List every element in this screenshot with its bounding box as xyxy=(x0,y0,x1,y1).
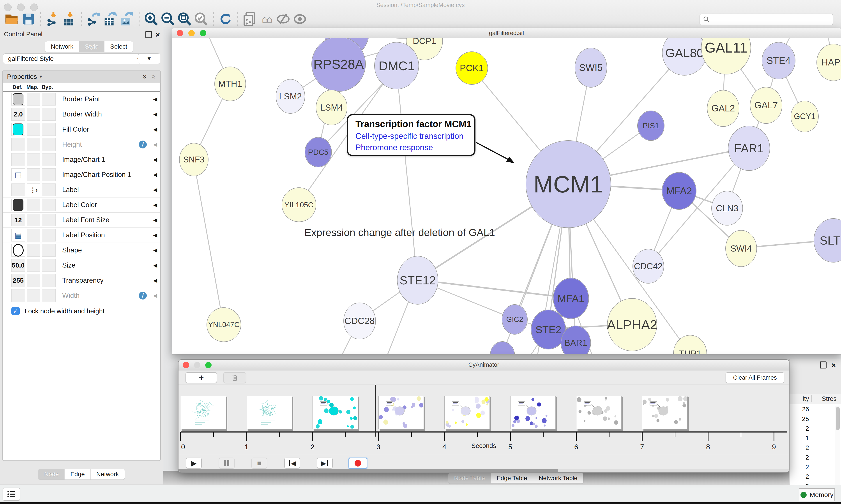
step-forward-button[interactable]: ▶ xyxy=(317,457,333,469)
network-node-swi4[interactable]: SWI4 xyxy=(726,230,757,267)
properties-caret-icon[interactable]: ▾ xyxy=(40,74,42,79)
step-back-button[interactable]: ◀ xyxy=(284,457,300,469)
close-results-icon[interactable]: × xyxy=(831,362,836,368)
network-node-dmc1[interactable]: DMC1 xyxy=(374,42,419,89)
info-icon[interactable]: i xyxy=(139,292,147,300)
network-node-far1[interactable]: FAR1 xyxy=(728,126,770,171)
checkbox-checked-icon[interactable]: ✓ xyxy=(12,307,20,315)
network-node-mfa1[interactable]: MFA1 xyxy=(553,278,589,319)
network-node-cdc42[interactable]: CDC42 xyxy=(632,249,664,284)
network-node-cln3[interactable]: CLN3 xyxy=(711,191,743,226)
network-node-mth1[interactable]: MTH1 xyxy=(214,67,246,101)
network-node-gal7[interactable]: GAL7 xyxy=(750,87,782,124)
hide-graphics-icon[interactable] xyxy=(275,12,291,27)
tab-node-table[interactable]: Node Table xyxy=(448,473,490,483)
frame-thumbnail-3[interactable] xyxy=(378,396,424,429)
export-table-icon[interactable] xyxy=(102,12,119,27)
frame-thumbnail-5[interactable] xyxy=(510,396,556,429)
property-row-width[interactable]: Widthi◀ xyxy=(3,288,160,303)
frame-thumbnail-1[interactable] xyxy=(247,396,292,429)
tab-select[interactable]: Select xyxy=(104,41,133,52)
search-field[interactable] xyxy=(699,14,833,25)
frame-thumbnail-4[interactable] xyxy=(444,396,490,429)
import-network-icon[interactable] xyxy=(44,12,61,27)
property-row-label-position[interactable]: ▤Label Position◀ xyxy=(3,228,160,243)
network-node-snf3[interactable]: SNF3 xyxy=(179,143,209,176)
export-network-icon[interactable] xyxy=(85,12,102,27)
property-row-transparency[interactable]: 255Transparency◀ xyxy=(3,273,160,288)
network-node-pis1[interactable]: PIS1 xyxy=(637,111,664,141)
delete-frame-button[interactable] xyxy=(223,372,246,383)
network-node-lsm2[interactable]: LSM2 xyxy=(276,79,305,114)
property-row-shape[interactable]: Shape◀ xyxy=(3,243,160,258)
property-row-image-chart-1[interactable]: Image/Chart 1◀ xyxy=(3,152,160,167)
network-canvas[interactable]: DCP1DMC1RPS28APCK1SWI5GAL80GAL11STE4HAP2… xyxy=(172,38,841,354)
zoom-out-icon[interactable] xyxy=(160,12,176,27)
network-window-titlebar[interactable]: galFiltered.sif xyxy=(172,28,841,38)
network-node-ynl047c[interactable]: YNL047C xyxy=(207,307,241,342)
record-button[interactable] xyxy=(348,457,367,469)
network-node-rps28a[interactable]: RPS28A xyxy=(311,38,366,92)
zoom-selected-icon[interactable] xyxy=(193,12,210,27)
zoom-fit-icon[interactable] xyxy=(176,12,193,27)
expand-row-icon[interactable]: ◀ xyxy=(153,126,157,132)
stop-button[interactable]: ■ xyxy=(251,457,267,469)
results-col-1[interactable]: ity xyxy=(789,395,809,402)
expand-row-icon[interactable]: ◀ xyxy=(153,217,157,223)
network-node-gic2[interactable]: GIC2 xyxy=(502,304,527,335)
snapshot-icon[interactable] xyxy=(241,12,258,27)
network-node-gal2[interactable]: GAL2 xyxy=(707,90,739,127)
annotation-link-2[interactable]: Pheromone response xyxy=(355,143,474,152)
property-row-size[interactable]: 50.0Size◀ xyxy=(3,258,160,273)
network-node-swi5[interactable]: SWI5 xyxy=(575,48,607,88)
network-node-alpha2[interactable]: ALPHA2 xyxy=(607,298,657,351)
frame-thumbnail-6[interactable] xyxy=(576,396,622,429)
expand-row-icon[interactable]: ◀ xyxy=(153,141,157,147)
expand-row-icon[interactable]: ◀ xyxy=(153,247,157,253)
network-node-pck1[interactable]: PCK1 xyxy=(455,51,488,85)
expand-all-icon[interactable]: » xyxy=(141,75,149,79)
tab-edge[interactable]: Edge xyxy=(65,469,90,480)
float-results-icon[interactable] xyxy=(820,361,826,368)
style-selector[interactable]: galFiltered Style ▾ xyxy=(3,53,145,64)
property-row-border-width[interactable]: 2.0Border Width◀ xyxy=(3,107,160,122)
import-table-icon[interactable] xyxy=(61,12,78,27)
property-row-label-color[interactable]: Label Color◀ xyxy=(3,197,160,213)
expand-row-icon[interactable]: ◀ xyxy=(153,157,157,163)
pause-button[interactable] xyxy=(219,457,235,469)
expand-row-icon[interactable]: ◀ xyxy=(153,111,157,118)
property-row-label[interactable]: ⋮›Label◀ xyxy=(3,182,160,197)
network-node-ste4[interactable]: STE4 xyxy=(762,42,795,79)
tab-node[interactable]: Node xyxy=(38,469,65,480)
network-node-pdc5[interactable]: PDC5 xyxy=(305,137,332,167)
lock-size-row[interactable]: ✓ Lock node width and height xyxy=(3,303,160,319)
expand-row-icon[interactable]: ◀ xyxy=(153,292,157,299)
property-row-label-font-size[interactable]: 12Label Font Size◀ xyxy=(3,213,160,228)
show-graphics-icon[interactable] xyxy=(291,12,308,27)
tab-network-table[interactable]: Network Table xyxy=(533,473,583,483)
style-options-button[interactable]: ▼ xyxy=(138,53,160,64)
property-row-fill-color[interactable]: Fill Color◀ xyxy=(3,122,160,137)
network-node-ste12[interactable]: STE12 xyxy=(397,256,438,305)
refresh-icon[interactable] xyxy=(217,12,234,27)
expand-row-icon[interactable]: ◀ xyxy=(153,172,157,178)
tab-style[interactable]: Style xyxy=(79,41,104,52)
network-node-yil105c[interactable]: YIL105C xyxy=(282,187,316,222)
expand-row-icon[interactable]: ◀ xyxy=(153,277,157,284)
memory-button[interactable]: Memory xyxy=(799,488,835,501)
expand-row-icon[interactable]: ◀ xyxy=(153,187,157,193)
frame-thumbnail-0[interactable] xyxy=(181,396,226,429)
export-image-icon[interactable] xyxy=(119,12,135,27)
network-node-mfa2[interactable]: MFA2 xyxy=(662,172,696,210)
save-session-icon[interactable] xyxy=(20,12,37,27)
collapse-all-icon[interactable]: « xyxy=(149,75,158,79)
expand-row-icon[interactable]: ◀ xyxy=(153,262,157,268)
network-node-cdc28[interactable]: CDC28 xyxy=(343,303,376,339)
expand-row-icon[interactable]: ◀ xyxy=(153,96,157,102)
tab-network[interactable]: Network xyxy=(45,41,79,52)
frame-thumbnail-2[interactable] xyxy=(312,396,358,429)
play-button[interactable]: ▶ xyxy=(186,457,202,469)
task-history-button[interactable] xyxy=(3,488,20,501)
property-row-image-chart-position-1[interactable]: ▤Image/Chart Position 1◀ xyxy=(3,167,160,182)
frame-thumbnail-7[interactable] xyxy=(642,396,687,429)
